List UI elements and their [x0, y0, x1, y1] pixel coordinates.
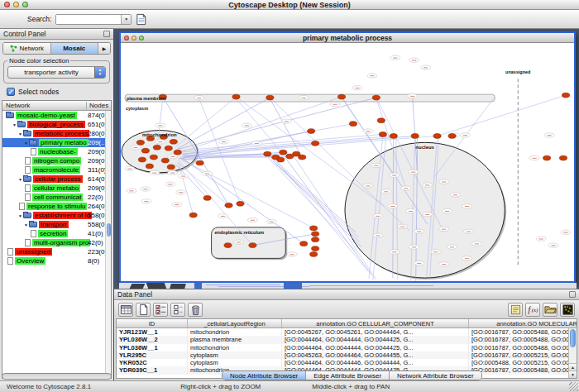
network-tree-row[interactable]: nucleobase-209(0) [2, 147, 111, 156]
network-tree-row[interactable]: mosaic-demo-yeast874(0) [2, 111, 111, 120]
float-data-panel-icon[interactable] [569, 291, 576, 298]
network-tree-row[interactable]: cellular metabo209(0) [2, 184, 111, 193]
network-tree-row[interactable]: Overview8(0) [2, 256, 111, 265]
network-tree-row[interactable]: unassigned223(0) [2, 247, 111, 256]
network-tree-row[interactable]: secretion41(0) [2, 229, 111, 238]
data-panel: Data Panel f(x) ID_cellularLayoutRegiona… [114, 289, 579, 380]
tree-column-network[interactable]: Network [6, 102, 30, 109]
table-cell: YPL036W__1 [117, 344, 188, 351]
svg-text:unassigned: unassigned [505, 70, 530, 75]
network-tree-row[interactable]: response to stimulu264(0) [2, 202, 111, 211]
attr-table-icon[interactable] [118, 303, 133, 317]
network-canvas[interactable]: plasma membranecytoplasmmitochondrionnuc… [121, 43, 574, 281]
expand-arrow-icon[interactable]: ▼ [17, 131, 23, 136]
status-bar: Welcome to Cytoscape 2.8.1 Right-click +… [0, 380, 579, 392]
expand-arrow-icon[interactable]: ▼ [17, 177, 23, 182]
network-tree-row[interactable]: ▼transport558(0) [2, 220, 111, 229]
column-header[interactable]: _cellularLayoutRegion [188, 319, 282, 327]
network-view-titlebar[interactable]: primary metabolic process [121, 33, 574, 43]
column-header[interactable]: ID [117, 319, 188, 327]
frame-minimize-button[interactable] [132, 36, 136, 41]
table-row[interactable]: YPL036W__2plasma membrane[GO:0044464, GO… [117, 336, 577, 343]
tab-overflow-arrow-icon[interactable]: ▶ [98, 43, 110, 54]
network-tree-row[interactable]: ▼cellular process614(0) [2, 174, 111, 184]
tree-scrollbar-thumb[interactable] [107, 223, 111, 237]
tab-edge-attribute-browser[interactable]: Edge Attribute Browser [306, 371, 390, 380]
expand-arrow-icon[interactable]: ▼ [23, 141, 29, 146]
tree-scrollbar[interactable] [105, 111, 111, 378]
network-svg[interactable]: plasma membranecytoplasmmitochondrionnuc… [121, 43, 574, 281]
expand-arrow-icon[interactable]: ▼ [23, 222, 29, 227]
node-count: 651(0) [88, 121, 107, 128]
node-color-select[interactable]: transporter activity ▲▼ [7, 66, 106, 79]
new-attr-icon[interactable] [136, 303, 151, 317]
background-window-fragment [119, 283, 577, 289]
frame-close-button[interactable] [124, 36, 129, 41]
network-tree-row[interactable]: ▼metabolic process280(0) [2, 129, 111, 138]
scroll-up-button[interactable]: ▲ [569, 363, 577, 370]
table-cell: [GO:0016787, GO:0005488, GO:0005215, G..… [469, 328, 577, 336]
import-attr-icon[interactable] [133, 12, 148, 26]
tab-mosaic[interactable]: Mosaic [51, 43, 99, 54]
close-button[interactable] [4, 2, 10, 7]
attribute-table-header: ID_cellularLayoutRegionannotation.GO CEL… [117, 319, 577, 328]
resize-grip[interactable] [569, 382, 578, 391]
table-scrollbar-thumb[interactable] [570, 329, 576, 347]
search-input[interactable] [56, 15, 121, 24]
notes-icon[interactable] [508, 303, 523, 317]
attribute-browser-tabs: Node Attribute BrowserEdge Attribute Bro… [222, 370, 482, 380]
open-attr-icon[interactable] [543, 303, 557, 317]
network-tree-row[interactable]: ▼primary metabo209(... [2, 138, 111, 147]
table-scrollbar[interactable]: ▲ ▼ [568, 328, 577, 378]
expand-arrow-icon[interactable]: ▼ [12, 122, 17, 127]
search-box: ▼ [55, 14, 132, 25]
svg-text:plasma membrane: plasma membrane [127, 96, 166, 101]
column-header[interactable]: annotation.GO CELLULAR_COMPONENT [282, 319, 469, 327]
network-folder-icon [23, 213, 31, 218]
network-tree-row[interactable]: nitrogen compo209(0) [2, 156, 111, 165]
float-panel-icon[interactable] [103, 31, 110, 37]
zoom-button[interactable] [22, 2, 28, 7]
data-panel-toolbar: f(x) [114, 300, 579, 318]
heatmap-icon[interactable] [560, 303, 575, 317]
expand-arrow-icon[interactable]: ▼ [17, 213, 23, 218]
select-nodes-checkbox[interactable]: ✓ [7, 88, 15, 96]
node-count: 209(0) [88, 184, 107, 192]
network-name: establishment of lo [33, 212, 92, 219]
network-tree-row[interactable]: ▼establishment of lo558(0) [2, 211, 111, 220]
node-color-selection-legend: Node color selection [7, 57, 70, 65]
table-row[interactable]: YLR295Ccytoplasm[GO:0045263, GO:0044464,… [117, 351, 577, 359]
network-file-icon [25, 239, 31, 246]
network-tree-row[interactable]: multi-organism pro42(0) [2, 238, 111, 247]
network-folder-icon [17, 122, 26, 127]
minimize-button[interactable] [13, 2, 19, 7]
table-cell: mitochondrion [188, 328, 282, 336]
column-header[interactable]: annotation.GO MOLECULAR_FUNCTION [469, 319, 577, 327]
select-attr-icon[interactable] [153, 303, 168, 317]
tab-network[interactable]: Network [3, 43, 51, 54]
table-cell: [GO:0005488, GO:0005215, GO:0003674] [469, 359, 577, 366]
table-cell: [GO:0045267, GO:0045261, GO:0044464, G..… [282, 328, 469, 336]
tab-network-attribute-browser[interactable]: Network Attribute Browser [390, 371, 481, 380]
control-panel-tabs: Network Mosaic ▶ [2, 42, 111, 55]
network-name: secretion [38, 230, 68, 237]
network-tree-row[interactable]: ▼biological_process651(0) [2, 120, 111, 129]
network-view-title: primary metabolic process [121, 33, 574, 43]
frame-zoom-button[interactable] [139, 36, 144, 41]
search-dropdown-arrow-icon[interactable]: ▼ [121, 15, 131, 24]
network-file-icon [25, 194, 31, 201]
delete-attr-icon[interactable] [188, 303, 203, 317]
table-row[interactable]: YPL036W__1mitochondrion[GO:0044464, GO:0… [117, 344, 577, 351]
table-row[interactable]: YJR121W__1mitochondrion[GO:0045267, GO:0… [117, 328, 577, 336]
formula-icon[interactable]: f(x) [525, 303, 540, 317]
network-name: cellular process [33, 175, 83, 183]
network-tree-row[interactable]: macromolecule311(0) [2, 165, 111, 174]
tab-node-attribute-browser[interactable]: Node Attribute Browser [223, 371, 306, 380]
network-name: Overview [15, 257, 45, 265]
table-cell: [GO:0016787, GO:0005488, GO:0005215, G..… [469, 336, 577, 343]
unselect-attr-icon[interactable] [170, 303, 185, 317]
status-welcome: Welcome to Cytoscape 2.8.1 [7, 383, 91, 390]
scroll-down-button[interactable]: ▼ [569, 370, 577, 378]
table-row[interactable]: YKR052Ccytoplasm[GO:0044464, GO:0044446,… [117, 359, 577, 366]
network-tree-row[interactable]: cell communicat22(0) [2, 193, 111, 202]
